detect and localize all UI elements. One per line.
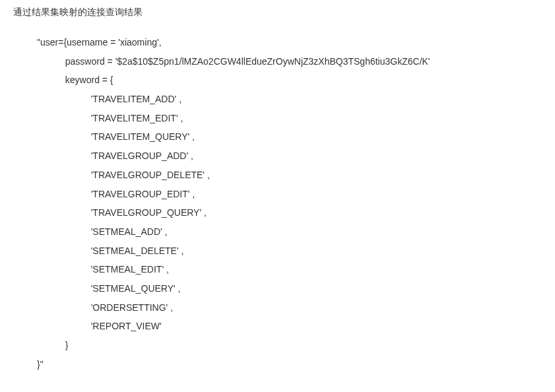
code-keyword-item: 'TRAVELGROUP_ADD' , [37, 150, 193, 161]
keyword-value: 'TRAVELGROUP_ADD' , [91, 150, 193, 161]
code-keyword-item: 'SETMEAL_DELETE' , [37, 245, 183, 256]
code-keyword-item: 'SETMEAL_ADD' , [37, 226, 168, 237]
code-keyword-item: 'SETMEAL_EDIT' , [37, 264, 169, 275]
code-line-user-open: "user={username = 'xiaoming', [37, 37, 162, 48]
keyword-value: 'TRAVELITEM_EDIT' , [91, 113, 183, 123]
keyword-value: 'SETMEAL_EDIT' , [91, 264, 169, 275]
keyword-value: 'TRAVELGROUP_DELETE' , [91, 170, 210, 180]
code-keyword-item: 'SETMEAL_QUERY' , [37, 283, 180, 294]
code-keyword-item: 'TRAVELGROUP_QUERY' , [37, 207, 207, 218]
code-keyword-item: 'TRAVELITEM_EDIT' , [37, 113, 183, 123]
section-heading: 通过结果集映射的连接查询结果 [13, 7, 555, 18]
keyword-value: 'TRAVELITEM_ADD' , [91, 94, 181, 104]
code-line-password: password = '$2a$10$Z5pn1/lMZAo2CGW4llEdu… [37, 56, 430, 67]
code-keyword-item: 'TRAVELITEM_QUERY' , [37, 131, 195, 142]
code-line-keyword-close: } [37, 340, 68, 350]
code-keyword-item: 'ORDERSETTING' , [37, 302, 173, 313]
code-keyword-item: 'TRAVELGROUP_EDIT' , [37, 189, 195, 199]
keyword-value: 'TRAVELGROUP_EDIT' , [91, 189, 195, 199]
keyword-value: 'SETMEAL_ADD' , [91, 226, 168, 237]
code-line-user-close: }" [37, 359, 44, 370]
code-line-keyword-open: keyword = { [37, 75, 114, 85]
keyword-value: 'ORDERSETTING' , [91, 302, 173, 313]
keyword-value: 'TRAVELITEM_QUERY' , [91, 131, 195, 142]
keyword-value: 'TRAVELGROUP_QUERY' , [91, 207, 207, 218]
keyword-value: 'REPORT_VIEW' [91, 321, 162, 331]
keyword-value: 'SETMEAL_DELETE' , [91, 245, 184, 256]
code-keyword-item: 'TRAVELITEM_ADD' , [37, 94, 181, 104]
code-keyword-item: 'REPORT_VIEW' [37, 321, 162, 331]
code-keyword-item: 'TRAVELGROUP_DELETE' , [37, 170, 210, 180]
code-output: "user={username = 'xiaoming', password =… [13, 33, 555, 374]
keyword-value: 'SETMEAL_QUERY' , [91, 283, 181, 294]
